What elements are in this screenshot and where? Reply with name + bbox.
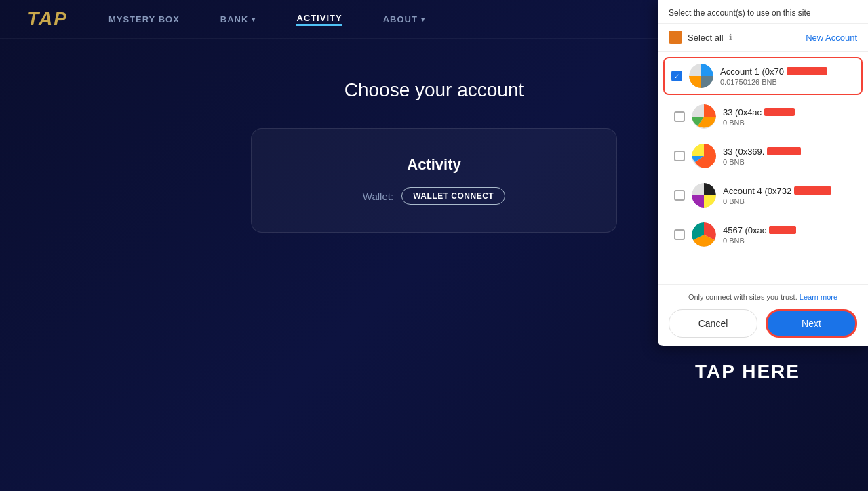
account-item[interactable]: Account 1 (0x70 0.01750126 BNB [663, 57, 863, 95]
account-addr-redacted-4 [794, 186, 831, 195]
nav-bank[interactable]: BANK ▾ [220, 14, 256, 24]
account-name-2: 33 (0x4ac [723, 107, 852, 117]
account-addr-redacted-5 [769, 226, 796, 234]
accounts-list: Account 1 (0x70 0.01750126 BNB 33 (0x4ac [658, 52, 868, 284]
account-info-3: 33 (0x369. 0 BNB [723, 146, 852, 166]
account-balance-2: 0 BNB [723, 119, 852, 127]
panel-header-text: Select the account(s) to use on this sit… [658, 0, 868, 24]
wallet-label: Wallet: [363, 191, 393, 202]
nav-about[interactable]: ABOUT ▾ [383, 14, 425, 24]
bank-chevron-icon: ▾ [252, 16, 256, 23]
account-avatar-4 [692, 183, 716, 208]
account-balance-3: 0 BNB [723, 158, 852, 166]
account-addr-redacted-2 [764, 108, 795, 116]
account-balance-1: 0.01750126 BNB [720, 78, 854, 86]
select-all-label[interactable]: Select all [688, 33, 724, 43]
activity-card: Activity Wallet: WALLET CONNECT [251, 128, 617, 233]
select-all-left: Select all ℹ [669, 31, 732, 44]
account-name-3: 33 (0x369. [723, 146, 852, 157]
panel-footer: Only connect with sites you trust. Learn… [658, 284, 868, 346]
account-avatar-2 [692, 104, 716, 129]
wallet-panel: Select the account(s) to use on this sit… [658, 0, 868, 346]
account-name-1: Account 1 (0x70 [720, 66, 854, 77]
info-icon[interactable]: ℹ [729, 33, 732, 42]
panel-buttons: Cancel Next [669, 309, 857, 338]
account-checkbox-5[interactable] [674, 229, 685, 240]
account-addr-redacted-1 [787, 67, 827, 75]
tap-here-label: TAP HERE [695, 361, 800, 382]
account-avatar-5 [692, 222, 716, 247]
account-balance-5: 0 BNB [723, 237, 852, 245]
wallet-connect-badge[interactable]: WALLET CONNECT [401, 187, 505, 205]
account-checkbox-2[interactable] [674, 111, 685, 122]
account-checkbox-4[interactable] [674, 190, 685, 201]
account-addr-redacted-3 [767, 147, 801, 155]
account-name-5: 4567 (0xac [723, 225, 852, 235]
account-info-5: 4567 (0xac 0 BNB [723, 225, 852, 245]
account-name-4: Account 4 (0x732 [723, 186, 852, 196]
nav-items: MYSTERY BOX BANK ▾ ACTIVITY ABOUT ▾ [108, 13, 425, 26]
account-avatar-3 [692, 144, 716, 168]
account-balance-4: 0 BNB [723, 197, 852, 205]
trust-note: Only connect with sites you trust. Learn… [669, 293, 857, 301]
account-item[interactable]: 33 (0x4ac 0 BNB [663, 98, 863, 136]
account-item[interactable]: 33 (0x369. 0 BNB [663, 137, 863, 175]
next-button[interactable]: Next [766, 309, 857, 338]
learn-more-link[interactable]: Learn more [800, 293, 837, 301]
account-info-2: 33 (0x4ac 0 BNB [723, 107, 852, 127]
activity-title: Activity [279, 156, 589, 174]
select-all-row: Select all ℹ New Account [658, 24, 868, 52]
account-info-1: Account 1 (0x70 0.01750126 BNB [720, 66, 854, 86]
logo: TAP [27, 8, 68, 30]
about-chevron-icon: ▾ [421, 16, 425, 23]
new-account-link[interactable]: New Account [806, 33, 857, 43]
metamask-icon [669, 31, 682, 44]
cancel-button[interactable]: Cancel [669, 309, 757, 338]
account-info-4: Account 4 (0x732 0 BNB [723, 186, 852, 205]
account-checkbox-1[interactable] [671, 71, 682, 81]
account-checkbox-3[interactable] [674, 151, 685, 161]
account-item[interactable]: Account 4 (0x732 0 BNB [663, 176, 863, 214]
account-item[interactable]: 4567 (0xac 0 BNB [663, 216, 863, 254]
nav-mystery-box[interactable]: MYSTERY BOX [108, 14, 180, 24]
account-avatar-1 [689, 64, 713, 88]
nav-activity[interactable]: ACTIVITY [296, 13, 342, 26]
wallet-row: Wallet: WALLET CONNECT [279, 187, 589, 205]
